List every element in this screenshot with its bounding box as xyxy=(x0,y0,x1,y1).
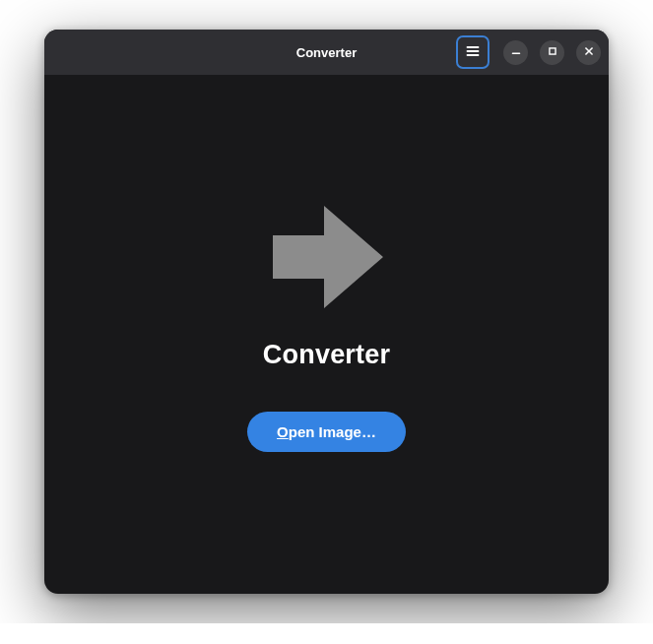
open-image-button[interactable]: Open Image… xyxy=(247,412,406,452)
menu-button[interactable] xyxy=(456,35,490,69)
window-controls xyxy=(456,35,601,69)
close-icon xyxy=(582,44,596,61)
titlebar: Converter xyxy=(44,30,609,75)
open-button-mnemonic: O xyxy=(277,423,289,440)
open-button-label: pen Image… xyxy=(289,423,376,440)
svg-rect-4 xyxy=(549,47,555,53)
arrow-right-icon xyxy=(263,198,391,316)
main-content: Converter Open Image… xyxy=(44,75,609,594)
svg-marker-7 xyxy=(273,206,383,308)
window-title: Converter xyxy=(296,45,357,60)
hamburger-icon xyxy=(465,43,481,62)
close-button[interactable] xyxy=(576,40,601,65)
app-heading: Converter xyxy=(263,340,390,370)
minimize-button[interactable] xyxy=(503,40,528,65)
minimize-icon xyxy=(509,44,523,61)
maximize-button[interactable] xyxy=(540,40,564,65)
application-window: Converter xyxy=(44,30,609,594)
maximize-icon xyxy=(546,44,559,61)
